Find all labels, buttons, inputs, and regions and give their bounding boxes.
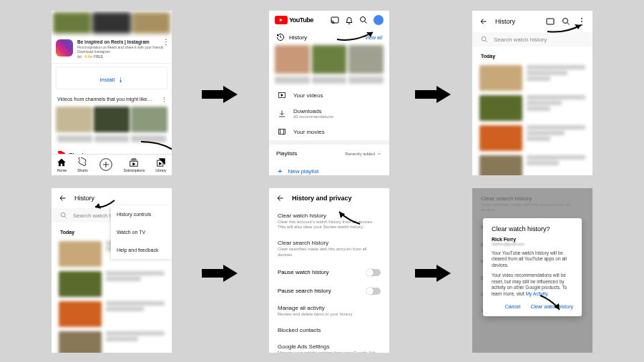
- playlists-header: PlaylistsRecently added: [269, 145, 389, 162]
- panel-history: History ⋮ Search watch history Today: [472, 11, 592, 175]
- arrow-icon: [415, 86, 451, 103]
- downloads-row[interactable]: Downloads20 recommendations: [269, 104, 389, 123]
- thumbnail-meta: [269, 74, 389, 87]
- history-item[interactable]: [52, 329, 172, 353]
- arrow-icon: [202, 86, 238, 103]
- my-activity-link[interactable]: My Activity: [526, 291, 547, 296]
- chevron-down-icon: [376, 151, 382, 157]
- panel-history-menu: History Search watch histo Today History…: [52, 188, 172, 353]
- confirm-dialog: Clear watch history? Rick Ferry rickferr…: [483, 218, 582, 316]
- nav-create[interactable]: [99, 157, 113, 172]
- panel-home: Be inspired on Reels | Instagram Find in…: [52, 11, 172, 175]
- settings-header: History and privacy: [269, 188, 389, 208]
- menu-watch-on-tv[interactable]: Watch on TV: [111, 223, 172, 241]
- history-item[interactable]: [52, 299, 172, 329]
- nav-shorts[interactable]: Shorts: [77, 157, 87, 172]
- history-thumbnails[interactable]: [269, 45, 389, 74]
- blurred-thumbnails: [52, 11, 172, 35]
- nav-library[interactable]: Library: [155, 157, 166, 172]
- cancel-button[interactable]: Cancel: [505, 304, 521, 309]
- overflow-menu: History controls Watch on TV Help and fe…: [111, 205, 172, 259]
- search-icon: [481, 36, 488, 43]
- confirm-button[interactable]: Clear watch history: [530, 304, 573, 309]
- clear-watch-history-row[interactable]: Clear watch historyClear this account's …: [269, 208, 389, 235]
- dialog-body-1: Your YouTube watch history will be clear…: [492, 250, 573, 268]
- avatar[interactable]: [374, 15, 384, 25]
- bottom-nav: Home Shorts Subscriptions Library: [52, 154, 172, 175]
- cast-icon[interactable]: [546, 17, 555, 26]
- svg-rect-8: [547, 19, 554, 24]
- more-icon[interactable]: ⋮: [577, 16, 585, 26]
- more-icon[interactable]: ⋮: [162, 97, 166, 102]
- toggle-switch[interactable]: [366, 269, 381, 276]
- toggle-switch[interactable]: [366, 288, 381, 295]
- your-videos-row[interactable]: Your videos: [269, 87, 389, 104]
- menu-history-controls[interactable]: History controls: [111, 205, 172, 223]
- svg-point-11: [61, 212, 65, 217]
- history-item[interactable]: [472, 93, 592, 123]
- sort-dropdown[interactable]: Recently added: [345, 151, 382, 157]
- history-item[interactable]: [472, 63, 592, 93]
- back-icon[interactable]: [59, 194, 67, 202]
- instagram-icon: [56, 39, 73, 57]
- search-history-input[interactable]: Search watch history: [472, 32, 592, 47]
- panel-confirm-dialog: Clear search historyClear searches made …: [472, 188, 592, 353]
- pause-search-history-row[interactable]: Pause search history: [269, 282, 389, 300]
- new-playlist-button[interactable]: +New playlist: [269, 162, 389, 175]
- nav-home[interactable]: Home: [57, 157, 67, 172]
- manage-activity-row[interactable]: Manage all activityReview and delete ite…: [269, 300, 389, 323]
- arrow-icon: [415, 265, 451, 282]
- video-thumbnails[interactable]: [52, 107, 172, 132]
- arrow-icon: [202, 265, 238, 282]
- svg-rect-6: [279, 129, 286, 134]
- history-item[interactable]: [472, 153, 592, 175]
- search-icon[interactable]: [562, 17, 570, 26]
- dialog-email: rickferry@gmail.com: [492, 242, 573, 246]
- thumbnail-meta: [52, 132, 172, 145]
- promo-ad-line: Ad · 4.4★ FREE: [77, 54, 167, 59]
- panel-library: YouTube History View all Your videos Dow…: [269, 11, 389, 175]
- back-icon[interactable]: [276, 194, 285, 202]
- history-header: History ⋮: [472, 11, 592, 32]
- nav-subscriptions[interactable]: Subscriptions: [123, 157, 145, 172]
- back-icon[interactable]: [479, 17, 488, 26]
- bell-icon[interactable]: [345, 16, 353, 24]
- cast-icon[interactable]: [331, 16, 339, 24]
- clear-search-history-row[interactable]: Clear search historyClear searches made …: [269, 235, 389, 263]
- section-header: Videos from channels that you might like…: [52, 92, 172, 107]
- svg-point-10: [482, 36, 486, 41]
- movies-row[interactable]: Your movies: [269, 123, 389, 140]
- history-item[interactable]: [52, 269, 172, 299]
- youtube-logo[interactable]: YouTube: [275, 16, 313, 24]
- google-ads-row[interactable]: Google Ads SettingsManage your activity …: [269, 339, 389, 353]
- history-icon: [276, 33, 285, 41]
- promo-subtitle: Find inspiration on Reels and share it w…: [77, 45, 167, 54]
- promo-title: Be inspired on Reels | Instagram: [77, 39, 167, 45]
- dialog-user: Rick Ferry: [492, 237, 573, 242]
- menu-help-feedback[interactable]: Help and feedback: [111, 241, 172, 259]
- day-label: Today: [472, 49, 592, 63]
- dialog-body-2: Your video recommendations will be reset…: [492, 273, 573, 297]
- search-icon[interactable]: [359, 16, 368, 24]
- svg-point-9: [563, 19, 568, 24]
- svg-rect-3: [331, 17, 338, 23]
- history-item[interactable]: [472, 123, 592, 153]
- more-icon[interactable]: ⋮: [162, 38, 169, 46]
- view-all-link[interactable]: View all: [365, 35, 382, 40]
- search-icon: [60, 212, 67, 219]
- history-header: History: [276, 33, 307, 41]
- promo-ad[interactable]: Be inspired on Reels | Instagram Find in…: [52, 35, 172, 64]
- blocked-contacts-row[interactable]: Blocked contacts: [269, 323, 389, 339]
- app-header: YouTube: [269, 11, 389, 29]
- install-button[interactable]: Install ⭳: [56, 67, 167, 89]
- dialog-title: Clear watch history?: [492, 225, 573, 233]
- pause-watch-history-row[interactable]: Pause watch history: [269, 263, 389, 282]
- panel-history-privacy: History and privacy Clear watch historyC…: [269, 188, 389, 353]
- svg-point-4: [361, 17, 366, 22]
